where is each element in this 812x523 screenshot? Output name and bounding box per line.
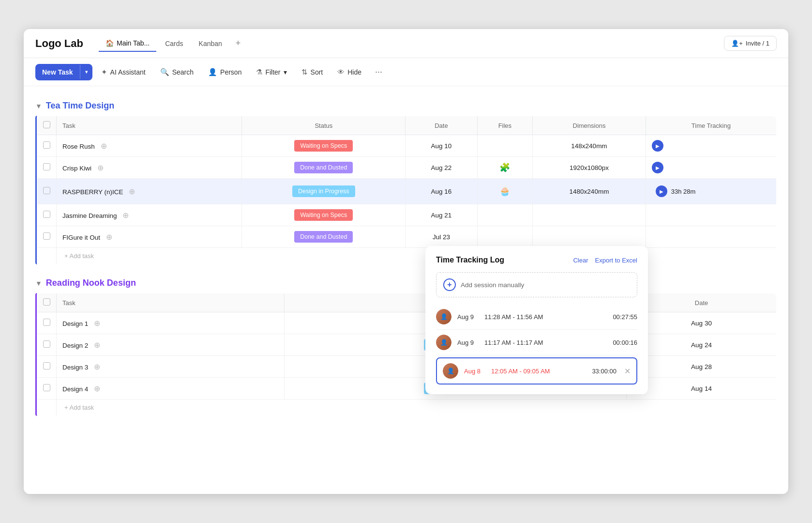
header-checkbox[interactable] — [43, 121, 50, 128]
task-name-cell: Rose Rush ⊕ — [57, 135, 242, 157]
add-session-row[interactable]: + Add session manually — [436, 272, 637, 297]
row-checkbox[interactable] — [43, 141, 50, 149]
add-task-label[interactable]: + Add task — [57, 248, 777, 264]
col-date: Date — [627, 293, 777, 312]
table-row: Rose Rush ⊕ Waiting on Specs Aug 10 148x… — [37, 135, 777, 157]
play-button[interactable]: ▶ — [656, 185, 667, 197]
play-button[interactable]: ▶ — [652, 140, 663, 152]
filter-button[interactable]: ⚗ Filter ▾ — [250, 64, 292, 80]
ai-assistant-button[interactable]: ✦ AI Assistant — [95, 64, 151, 80]
invite-button[interactable]: 👤+ Invite / 1 — [724, 36, 777, 51]
log-duration: 00:27:55 — [613, 313, 637, 321]
time-tracking-cell — [646, 204, 776, 226]
row-checkbox-cell — [37, 204, 57, 226]
status-badge: Design in Progress — [292, 185, 355, 197]
ai-icon: ✦ — [101, 68, 107, 77]
table-row: Design 4 ⊕ Design in Progress Aug 14 — [37, 378, 777, 400]
dimensions-cell — [533, 226, 646, 248]
add-subtask-icon[interactable]: ⊕ — [94, 341, 100, 349]
col-task: Task — [57, 293, 285, 312]
dimensions-cell — [533, 204, 646, 226]
col-files: Files — [477, 116, 533, 135]
play-button[interactable]: ▶ — [652, 162, 663, 173]
add-subtask-icon[interactable]: ⊕ — [122, 211, 129, 219]
time-tracking-cell: ▶ — [646, 135, 776, 157]
toolbar: New Task ▾ ✦ AI Assistant 🔍 Search 👤 Per… — [24, 58, 788, 86]
add-subtask-icon[interactable]: ⊕ — [106, 233, 112, 241]
header: Logo Lab 🏠 Main Tab... Cards Kanban + 👤+… — [24, 29, 788, 58]
log-date: Aug 9 — [457, 313, 479, 321]
search-button[interactable]: 🔍 Search — [154, 64, 199, 80]
group-toggle-reading-nook[interactable]: ▼ — [35, 279, 42, 287]
add-task-row[interactable]: + Add task — [37, 248, 777, 264]
tab-main[interactable]: 🏠 Main Tab... — [99, 35, 156, 52]
log-date: Aug 9 — [457, 339, 479, 346]
files-cell: 🧩 — [477, 157, 533, 179]
row-checkbox[interactable] — [43, 211, 50, 218]
files-cell: 🧁 — [477, 179, 533, 204]
row-checkbox-cell — [37, 226, 57, 248]
task-name-cell: Jasmine Dreaming ⊕ — [57, 204, 242, 226]
add-task-label[interactable]: + Add task — [57, 400, 777, 416]
add-subtask-icon[interactable]: ⊕ — [97, 164, 104, 172]
col-checkbox — [37, 116, 57, 135]
export-button[interactable]: Export to Excel — [595, 257, 637, 264]
add-subtask-icon[interactable]: ⊕ — [94, 319, 100, 327]
add-task-row[interactable]: + Add task — [37, 400, 777, 416]
row-checkbox[interactable] — [43, 384, 50, 391]
add-subtask-icon[interactable]: ⊕ — [94, 363, 100, 371]
row-checkbox-cell — [37, 378, 57, 400]
table-row: Crisp Kiwi ⊕ Done and Dusted Aug 22 🧩 19… — [37, 157, 777, 179]
app-window: Logo Lab 🏠 Main Tab... Cards Kanban + 👤+… — [24, 29, 788, 494]
add-subtask-icon[interactable]: ⊕ — [94, 385, 100, 393]
new-task-dropdown-arrow[interactable]: ▾ — [80, 65, 92, 79]
hide-button[interactable]: 👁 Hide — [331, 64, 367, 80]
table-row: Design 1 ⊕ Waiting on Specs Aug 30 — [37, 312, 777, 334]
files-cell — [477, 226, 533, 248]
date-cell: Aug 21 — [406, 204, 477, 226]
table-row: Design 2 ⊕ Design in Progress Aug 24 — [37, 334, 777, 356]
col-date: Date — [406, 116, 477, 135]
task-name-cell: Design 2 ⊕ — [57, 334, 285, 356]
row-checkbox-cell — [37, 157, 57, 179]
file-emoji: 🧁 — [499, 186, 510, 196]
header-checkbox[interactable] — [43, 298, 50, 306]
add-subtask-icon[interactable]: ⊕ — [129, 187, 135, 196]
log-time-range-active: 12:05 AM - 09:05 AM — [491, 368, 586, 375]
avatar-img: 👤 — [443, 363, 458, 379]
close-entry-button[interactable]: ✕ — [624, 367, 631, 376]
clear-button[interactable]: Clear — [573, 257, 588, 264]
tab-kanban[interactable]: Kanban — [192, 36, 229, 51]
sort-button[interactable]: ⇅ Sort — [296, 64, 329, 80]
dimensions-cell: 148x240mm — [533, 135, 646, 157]
group-header-tea-time: ▼ Tea Time Design — [35, 101, 777, 111]
date-cell: Aug 28 — [627, 356, 777, 378]
popup-title: Time Tracking Log — [436, 256, 504, 264]
group-title-tea-time: Tea Time Design — [46, 101, 114, 111]
time-value: 33h 28m — [671, 188, 696, 195]
task-name-cell: Design 1 ⊕ — [57, 312, 285, 334]
new-task-button[interactable]: New Task ▾ — [35, 64, 92, 80]
search-icon: 🔍 — [160, 68, 169, 77]
person-button[interactable]: 👤 Person — [202, 64, 247, 80]
row-checkbox[interactable] — [43, 232, 50, 240]
add-subtask-icon[interactable]: ⊕ — [101, 142, 107, 150]
row-checkbox[interactable] — [43, 340, 50, 348]
person-icon: 👤 — [208, 68, 217, 77]
row-checkbox[interactable] — [43, 362, 50, 369]
log-entry: 👤 Aug 9 11:17 AM - 11:17 AM 00:00:16 — [436, 330, 637, 355]
row-checkbox[interactable] — [43, 187, 50, 194]
row-checkbox[interactable] — [43, 163, 50, 170]
log-duration-active: 33:00:00 — [592, 368, 617, 375]
filter-icon: ⚗ — [256, 68, 262, 77]
date-cell: Aug 14 — [627, 378, 777, 400]
more-options-button[interactable]: ··· — [370, 63, 387, 81]
row-checkbox[interactable] — [43, 319, 50, 326]
hide-icon: 👁 — [337, 68, 345, 76]
tab-cards[interactable]: Cards — [158, 36, 190, 51]
home-icon: 🏠 — [105, 39, 114, 47]
tab-add-button[interactable]: + — [231, 35, 246, 51]
content-area: ▼ Tea Time Design Task Status Date Files… — [24, 86, 788, 439]
group-toggle-tea-time[interactable]: ▼ — [35, 102, 42, 110]
table-row: FIGure it Out ⊕ Done and Dusted Jul 23 — [37, 226, 777, 248]
